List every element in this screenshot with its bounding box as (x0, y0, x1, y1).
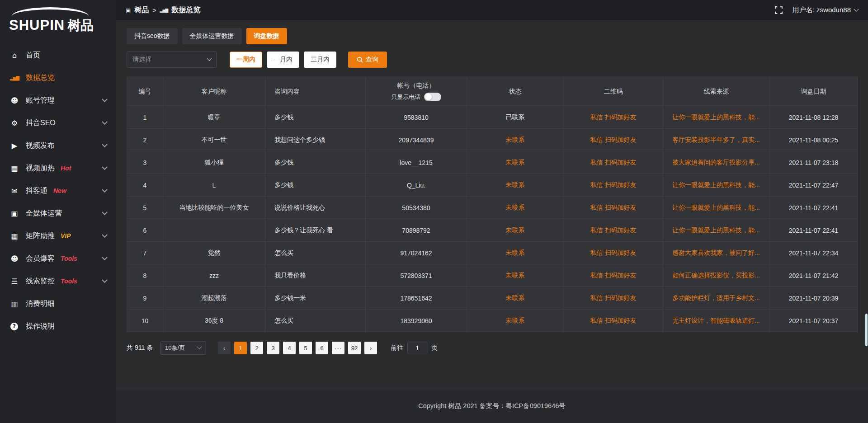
qrcode-link[interactable]: 私信 扫码加好友 (590, 159, 637, 166)
time-range-button[interactable]: 三月内 (304, 52, 336, 68)
sidebar-item[interactable]: ☰ 线索监控 Tools (0, 270, 116, 292)
status-badge: 未联系 (506, 204, 525, 211)
cell-qrcode: 私信 扫码加好友 (564, 242, 663, 264)
cell-qrcode: 私信 扫码加好友 (564, 197, 663, 219)
phone-only-toggle[interactable] (424, 93, 441, 101)
sidebar-item-icon: ▣ (9, 209, 20, 218)
pager: ‹ 1 2 3 4 5 6 ··· 92 › (218, 342, 377, 354)
qrcode-link[interactable]: 私信 扫码加好友 (590, 113, 637, 121)
sidebar-item-label: 消费明细 (26, 299, 55, 309)
cell-account: 50534380 (366, 197, 467, 219)
logo-arc (12, 7, 89, 16)
source-link[interactable]: 被大家追着问的客厅投影分享... (663, 159, 769, 167)
source-link[interactable]: 让你一眼就爱上的黑科技，能... (663, 113, 769, 122)
qrcode-link[interactable]: 私信 扫码加好友 (590, 226, 637, 234)
source-link[interactable]: 客厅安装投影半年多了，真实... (663, 136, 769, 144)
sidebar-item[interactable]: ✉ 抖客通 New (0, 179, 116, 202)
tab-button[interactable]: 全媒体运营数据 (182, 28, 242, 44)
page-button[interactable]: 5 (299, 342, 312, 354)
tab-button[interactable]: 询盘数据 (246, 28, 287, 44)
cell-date: 2021-11-07 20:37 (770, 310, 858, 332)
logo-text-en: SHUPIN (9, 17, 65, 33)
cell-account: 183929060 (366, 310, 467, 332)
source-link[interactable]: 感谢大家喜欢我家，被问了好... (663, 249, 769, 257)
source-link[interactable]: 让你一眼就爱上的黑科技，能... (663, 181, 769, 189)
sidebar-item[interactable]: ▂▅▇ 数据总览 (0, 66, 116, 89)
qrcode-link[interactable]: 私信 扫码加好友 (590, 181, 637, 188)
sidebar-item[interactable]: ▤ 视频加热 Hot (0, 157, 116, 179)
source-link[interactable]: 让你一眼就爱上的黑科技，能... (663, 204, 769, 212)
sidebar-item-icon: ▂▅▇ (9, 75, 20, 80)
sidebar-item-label: 抖客通 (26, 186, 47, 196)
page-button[interactable]: 3 (267, 342, 279, 354)
qrcode-link[interactable]: 私信 扫码加好友 (590, 136, 637, 143)
chevron-down-icon (102, 96, 108, 102)
filter-bar: 请选择 一周内 一月内 三月内 查询 (127, 52, 857, 68)
tab-button[interactable]: 抖音seo数据 (127, 28, 178, 44)
page-button[interactable]: ‹ (218, 342, 231, 354)
cell-status: 未联系 (467, 264, 564, 287)
page-button[interactable]: 1 (234, 342, 247, 354)
sidebar-item-badge: Tools (61, 255, 77, 262)
sidebar-item-icon: ▶ (9, 141, 20, 150)
cell-date: 2021-11-07 22:47 (770, 174, 858, 197)
page-button[interactable]: 4 (283, 342, 296, 354)
header-source: 线索来源 (663, 77, 770, 106)
page-size-select[interactable]: 10条/页 (160, 341, 206, 355)
status-badge: 未联系 (506, 317, 525, 324)
scrollbar-thumb[interactable] (865, 314, 868, 346)
sidebar-item-label: 线索监控 (26, 277, 55, 286)
data-table: 编号 客户昵称 咨询内容 帐号（电话） 只显示电话 状态 二维码 线索来源 询盘… (127, 77, 858, 332)
cell-content: 多少钱 (265, 174, 366, 197)
source-link[interactable]: 让你一眼就爱上的黑科技，能... (663, 226, 769, 235)
qrcode-link[interactable]: 私信 扫码加好友 (590, 317, 637, 324)
cell-status: 未联系 (467, 242, 564, 264)
page-button[interactable]: ··· (332, 342, 344, 354)
sidebar-item[interactable]: ▦ 矩阵助推 VIP (0, 225, 116, 247)
sidebar-item[interactable]: ? 操作说明 (0, 315, 116, 338)
goto-page: 前往 页 (391, 342, 438, 354)
qrcode-link[interactable]: 私信 扫码加好友 (590, 204, 637, 211)
sidebar-item[interactable]: ▶ 视频发布 (0, 134, 116, 157)
source-link[interactable]: 无主灯设计，智能磁吸轨道灯... (663, 317, 769, 325)
cell-source: 无主灯设计，智能磁吸轨道灯... (663, 310, 770, 332)
sidebar-item[interactable]: ☻ 会员爆客 Tools (0, 247, 116, 270)
chevron-down-icon (102, 141, 108, 147)
copyright-text: Copyright 树品 2021 备案号：粤ICP备09019646号 (418, 402, 566, 410)
breadcrumb-root[interactable]: 树品 (134, 5, 149, 15)
time-range-button[interactable]: 一月内 (267, 52, 299, 68)
account-select[interactable]: 请选择 (127, 52, 217, 68)
cell-nickname: 不可一世 (163, 129, 265, 151)
page-button[interactable]: 2 (250, 342, 263, 354)
goto-page-input[interactable] (407, 342, 427, 354)
page-button[interactable]: 6 (316, 342, 328, 354)
sidebar-item[interactable]: ▣ 全媒体运营 (0, 202, 116, 225)
source-link[interactable]: 多功能护栏灯，适用于乡村文... (663, 294, 769, 302)
sidebar-item-icon: ▤ (9, 164, 20, 173)
qrcode-link[interactable]: 私信 扫码加好友 (590, 249, 637, 256)
sidebar-item[interactable]: ⌂ 首页 (0, 44, 116, 66)
fullscreen-icon[interactable] (775, 6, 783, 14)
cell-nickname: L (163, 174, 265, 197)
cell-qrcode: 私信 扫码加好友 (564, 219, 663, 242)
time-range-button[interactable]: 一周内 (230, 52, 262, 68)
page-button[interactable]: › (364, 342, 377, 354)
cell-date: 2021-11-08 00:25 (770, 129, 858, 151)
search-button[interactable]: 查询 (348, 52, 387, 68)
page-button[interactable]: 92 (348, 342, 361, 354)
qrcode-link[interactable]: 私信 扫码加好友 (590, 272, 637, 279)
app-icon: ▣ (126, 7, 131, 14)
cell-source: 让你一眼就爱上的黑科技，能... (663, 106, 770, 129)
cell-nickname: 暖章 (163, 106, 265, 129)
cell-nickname: 狐小狸 (163, 151, 265, 174)
source-link[interactable]: 如何正确选择投影仪，买投影... (663, 272, 769, 280)
topbar: ▣ 树品 > ▂▅▇ 数据总览 用户名: zswodun88 (116, 0, 868, 21)
sidebar-item-icon: ▦ (9, 232, 20, 240)
cell-qrcode: 私信 扫码加好友 (564, 287, 663, 310)
sidebar-item[interactable]: ⚙ 抖音SEO (0, 112, 116, 134)
table-row: 2 不可一世 我想问这个多少钱 2097344839 未联系 私信 扫码加好友 … (127, 129, 858, 151)
sidebar-item[interactable]: ☻ 账号管理 (0, 89, 116, 112)
qrcode-link[interactable]: 私信 扫码加好友 (590, 294, 637, 301)
sidebar-item[interactable]: ▥ 消费明细 (0, 292, 116, 315)
user-menu[interactable]: 用户名: zswodun88 (793, 6, 858, 14)
